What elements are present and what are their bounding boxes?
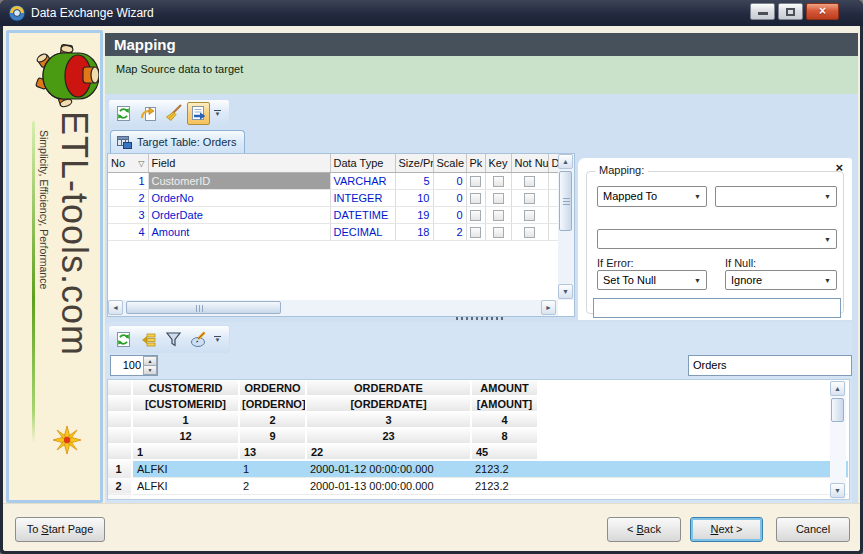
scrollbar-thumb[interactable] xyxy=(126,301,281,314)
fields-horizontal-scrollbar[interactable]: ◄ ► xyxy=(108,300,558,316)
column-header-scale[interactable]: Scale xyxy=(433,154,466,172)
field-scale[interactable]: 2 xyxy=(433,223,466,240)
mapping-options-button[interactable] xyxy=(187,102,210,125)
source-table-input[interactable]: Orders xyxy=(688,355,852,376)
column-header[interactable]: ORDERNO xyxy=(239,380,306,396)
append-row-button[interactable] xyxy=(137,328,160,351)
field-type[interactable]: DATETIME xyxy=(330,206,395,223)
column-header-key[interactable]: Key xyxy=(485,154,511,172)
column-header[interactable]: AMOUNT xyxy=(471,380,538,396)
next-button[interactable]: Next > xyxy=(690,517,763,542)
not-null-checkbox[interactable] xyxy=(524,176,535,187)
maximize-button[interactable] xyxy=(778,3,803,20)
scroll-up-icon[interactable]: ▲ xyxy=(558,154,573,169)
scrollbar-thumb[interactable] xyxy=(831,398,844,422)
start-page-button[interactable]: To Start Page xyxy=(15,517,105,542)
key-checkbox[interactable] xyxy=(493,176,504,187)
field-row[interactable]: 4 Amount DECIMAL 18 2 xyxy=(108,223,558,240)
preview-row-selected[interactable]: 1 ALFKI 1 2000-01-12 00:00:00.000 2123.2 xyxy=(108,460,848,477)
close-icon: × xyxy=(819,4,826,18)
source-column-header[interactable]: [ORDERNO] xyxy=(239,396,306,412)
pk-checkbox[interactable] xyxy=(470,176,481,187)
clean-button[interactable] xyxy=(162,102,185,125)
field-no[interactable]: 1 xyxy=(108,172,148,189)
titlebar[interactable]: Data Exchange Wizard × xyxy=(0,0,863,26)
field-type[interactable]: DECIMAL xyxy=(330,223,395,240)
if-null-select[interactable]: Ignore ▼ xyxy=(725,270,837,290)
field-scale[interactable]: 0 xyxy=(433,206,466,223)
refresh-button[interactable] xyxy=(112,102,135,125)
not-null-checkbox[interactable] xyxy=(524,210,535,221)
field-no[interactable]: 3 xyxy=(108,206,148,223)
toolbar-overflow-button[interactable]: ▼ xyxy=(211,103,224,123)
key-checkbox[interactable] xyxy=(493,210,504,221)
spin-down-icon[interactable]: ▼ xyxy=(143,365,157,375)
field-size[interactable]: 19 xyxy=(395,206,433,223)
fields-vertical-scrollbar[interactable]: ▲ ▼ xyxy=(558,154,574,300)
field-no[interactable]: 2 xyxy=(108,189,148,206)
tab-target-table[interactable]: Target Table: Orders xyxy=(110,130,245,153)
back-button[interactable]: < Back xyxy=(607,517,681,542)
auto-map-button[interactable] xyxy=(137,102,160,125)
mapped-to-select[interactable]: Mapped To ▼ xyxy=(597,186,707,207)
expression-select[interactable]: ▼ xyxy=(597,229,837,249)
rows-limit-value[interactable]: 100 xyxy=(111,356,143,375)
field-type[interactable]: VARCHAR xyxy=(330,172,395,189)
field-size[interactable]: 10 xyxy=(395,189,433,206)
pk-checkbox[interactable] xyxy=(470,227,481,238)
key-checkbox[interactable] xyxy=(493,193,504,204)
close-button[interactable]: × xyxy=(806,3,839,20)
if-error-select[interactable]: Set To Null ▼ xyxy=(597,270,707,290)
scroll-up-icon[interactable]: ▲ xyxy=(830,381,845,396)
field-size[interactable]: 18 xyxy=(395,223,433,240)
field-no[interactable]: 4 xyxy=(108,223,148,240)
source-column-header[interactable]: [CUSTOMERID] xyxy=(132,396,239,412)
field-row[interactable]: 1 CustomerID VARCHAR 5 0 xyxy=(108,172,558,189)
key-checkbox[interactable] xyxy=(493,227,504,238)
pk-checkbox[interactable] xyxy=(470,210,481,221)
filter-button[interactable] xyxy=(162,328,185,351)
preview-row[interactable]: 3 ALFKI 3 2000-01-14 00:00:00.000 2123.2 xyxy=(108,494,848,500)
column-header[interactable]: ORDERDATE xyxy=(306,380,471,396)
column-header-default[interactable]: D xyxy=(548,154,558,172)
field-name-cell-selected[interactable]: CustomerID xyxy=(148,172,330,189)
scroll-left-icon[interactable]: ◄ xyxy=(108,300,123,315)
field-row[interactable]: 3 OrderDate DATETIME 19 0 xyxy=(108,206,558,223)
target-field-select[interactable]: ▼ xyxy=(715,186,837,207)
refresh-data-button[interactable] xyxy=(112,328,135,351)
not-null-checkbox[interactable] xyxy=(524,227,535,238)
column-header-data-type[interactable]: Data Type xyxy=(330,154,395,172)
column-header-field[interactable]: Field xyxy=(148,154,330,172)
field-name-cell[interactable]: OrderNo xyxy=(148,189,330,206)
field-type[interactable]: INTEGER xyxy=(330,189,395,206)
not-null-checkbox[interactable] xyxy=(524,193,535,204)
scroll-right-icon[interactable]: ► xyxy=(541,300,556,315)
column-header[interactable]: CUSTOMERID xyxy=(132,380,239,396)
preview-row[interactable]: 2 ALFKI 2 2000-01-13 00:00:00.000 2123.2 xyxy=(108,477,848,494)
column-header-no[interactable]: No▽ xyxy=(108,154,148,172)
column-header-pk[interactable]: Pk xyxy=(466,154,485,172)
scroll-down-icon[interactable]: ▼ xyxy=(558,284,573,299)
field-name-cell[interactable]: OrderDate xyxy=(148,206,330,223)
rows-limit-spinner[interactable]: 100 ▲ ▼ xyxy=(110,355,158,376)
scrollbar-thumb[interactable] xyxy=(559,171,572,231)
column-header-size[interactable]: Size/Pr xyxy=(395,154,433,172)
toolbar-overflow-button[interactable]: ▼ xyxy=(211,329,224,349)
source-column-header[interactable]: [ORDERDATE] xyxy=(306,396,471,412)
field-name-cell[interactable]: Amount xyxy=(148,223,330,240)
field-row[interactable]: 2 OrderNo INTEGER 10 0 xyxy=(108,189,558,206)
column-header-not-null[interactable]: Not Null xyxy=(511,154,548,172)
preview-vertical-scrollbar[interactable]: ▲ ▼ xyxy=(830,381,846,499)
scroll-down-icon[interactable]: ▼ xyxy=(830,483,845,498)
source-column-header[interactable]: [AMOUNT] xyxy=(471,396,538,412)
minimize-button[interactable] xyxy=(750,3,775,20)
field-scale[interactable]: 0 xyxy=(433,172,466,189)
cancel-button[interactable]: Cancel xyxy=(776,517,850,542)
default-value-input[interactable] xyxy=(593,298,841,318)
mapping-group-label: Mapping: xyxy=(595,164,648,176)
splitter-handle[interactable] xyxy=(456,317,504,320)
field-scale[interactable]: 0 xyxy=(433,189,466,206)
edit-data-button[interactable] xyxy=(187,328,210,351)
pk-checkbox[interactable] xyxy=(470,193,481,204)
field-size[interactable]: 5 xyxy=(395,172,433,189)
